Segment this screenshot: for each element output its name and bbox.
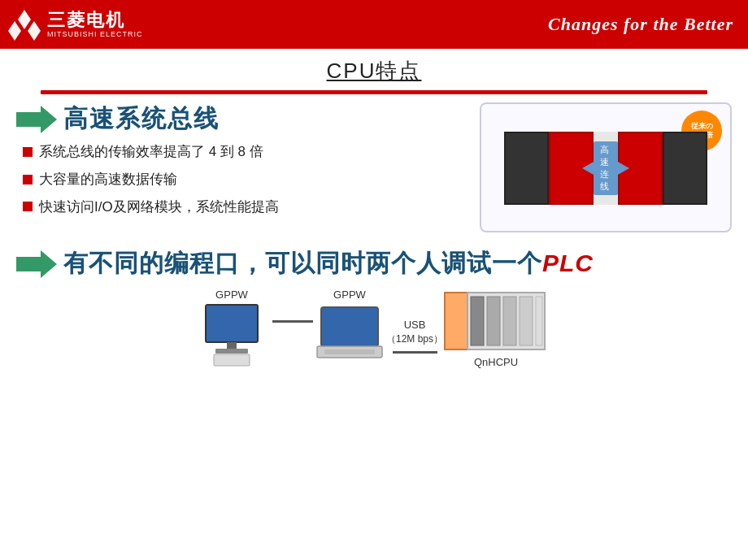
bus-arrow-label: 高速连线 bbox=[594, 141, 618, 195]
svg-rect-16 bbox=[503, 297, 516, 345]
section2: 有不同的编程口，可以同时两个人调试一个PLC GPPW bbox=[16, 247, 732, 368]
cable-1 bbox=[272, 320, 313, 323]
svg-marker-2 bbox=[28, 21, 41, 41]
laptop-icon bbox=[313, 303, 386, 368]
arrow-heading-2: 有不同的编程口，可以同时两个人调试一个PLC bbox=[16, 247, 732, 280]
qnhcpu-label: QnHCPU bbox=[474, 356, 518, 368]
logo-chinese: 三菱电机 bbox=[47, 11, 143, 30]
svg-rect-17 bbox=[520, 297, 533, 345]
header: 三菱电机 MITSUBISHI ELECTRIC Changes for the… bbox=[0, 0, 748, 49]
bus-diagram-area: 従来の 4～8倍 高速连线 bbox=[480, 102, 732, 232]
bullet-item-1: 系统总线的传输效率提高了 4 到 8 倍 bbox=[23, 142, 463, 162]
usb-connection: USB （12M bps） bbox=[386, 319, 443, 354]
qnhcpu-unit: QnHCPU bbox=[443, 289, 549, 368]
red-divider bbox=[41, 90, 707, 94]
usb-cable bbox=[393, 351, 437, 354]
bus-arrow-right-icon bbox=[618, 162, 629, 175]
svg-rect-12 bbox=[445, 293, 468, 349]
section1-left: 高速系统总线 系统总线的传输效率提高了 4 到 8 倍 大容量的高速数据传输 快… bbox=[16, 102, 463, 224]
svg-rect-9 bbox=[321, 307, 378, 346]
section1-heading: 高速系统总线 bbox=[63, 102, 220, 136]
main-content: CPU特点 高速系统总线 系统总线的传输效率提高了 4 到 8 倍 大容量的高速… bbox=[0, 49, 748, 560]
gppw-label-2: GPPW bbox=[333, 289, 366, 301]
svg-rect-18 bbox=[536, 297, 542, 345]
bus-arrow-left-icon bbox=[582, 162, 594, 175]
mitsubishi-logo-icon bbox=[8, 8, 41, 41]
laptop-pc: GPPW bbox=[313, 289, 386, 368]
bus-visual: 高速连线 bbox=[504, 132, 707, 205]
section1: 高速系统总线 系统总线的传输效率提高了 4 到 8 倍 大容量的高速数据传输 快… bbox=[16, 102, 732, 232]
svg-rect-8 bbox=[214, 354, 250, 366]
qnhcpu-icon bbox=[443, 289, 549, 354]
bus-diagram: 従来の 4～8倍 高速连线 bbox=[480, 102, 732, 232]
bullet-icon-1 bbox=[23, 147, 33, 157]
arrow-right-icon-2 bbox=[16, 250, 57, 278]
bus-center-area: 高速连线 bbox=[594, 132, 618, 205]
desktop-pc-icon-1 bbox=[199, 303, 264, 368]
desktop-pc-1: GPPW bbox=[199, 289, 264, 368]
bus-block-left-dark bbox=[504, 132, 549, 205]
svg-marker-4 bbox=[16, 250, 57, 278]
page-title: CPU特点 bbox=[16, 57, 732, 85]
tagline: Changes for the Better bbox=[548, 14, 733, 35]
svg-rect-14 bbox=[471, 297, 484, 345]
svg-marker-0 bbox=[18, 10, 31, 29]
bullet-list: 系统总线的传输效率提高了 4 到 8 倍 大容量的高速数据传输 快速访问I/O及… bbox=[16, 142, 463, 216]
svg-rect-15 bbox=[487, 297, 500, 345]
svg-rect-11 bbox=[324, 349, 375, 354]
section2-heading: 有不同的编程口，可以同时两个人调试一个PLC bbox=[63, 247, 594, 280]
logo-text: 三菱电机 MITSUBISHI ELECTRIC bbox=[47, 11, 143, 37]
logo-english: MITSUBISHI ELECTRIC bbox=[47, 31, 143, 38]
bus-block-right-dark bbox=[663, 132, 707, 205]
logo-area: 三菱电机 MITSUBISHI ELECTRIC bbox=[8, 8, 143, 41]
svg-marker-1 bbox=[8, 21, 21, 41]
svg-rect-6 bbox=[227, 342, 237, 349]
svg-rect-7 bbox=[215, 349, 248, 354]
usb-speed-label: （12M bps） bbox=[386, 332, 443, 346]
bullet-item-3: 快速访问I/O及网络模块，系统性能提高 bbox=[23, 198, 463, 217]
svg-marker-3 bbox=[16, 106, 57, 133]
usb-label: USB bbox=[404, 319, 426, 331]
bullet-item-2: 大容量的高速数据传输 bbox=[23, 170, 463, 189]
page-title-area: CPU特点 bbox=[16, 57, 732, 85]
arrow-heading-1: 高速系统总线 bbox=[16, 102, 463, 136]
gppw-label-1: GPPW bbox=[215, 289, 248, 301]
arrow-right-icon bbox=[16, 106, 57, 133]
pc-diagram: GPPW GPPW bbox=[16, 289, 732, 368]
svg-rect-5 bbox=[206, 305, 258, 342]
bullet-icon-2 bbox=[23, 175, 33, 184]
bullet-icon-3 bbox=[23, 202, 33, 211]
